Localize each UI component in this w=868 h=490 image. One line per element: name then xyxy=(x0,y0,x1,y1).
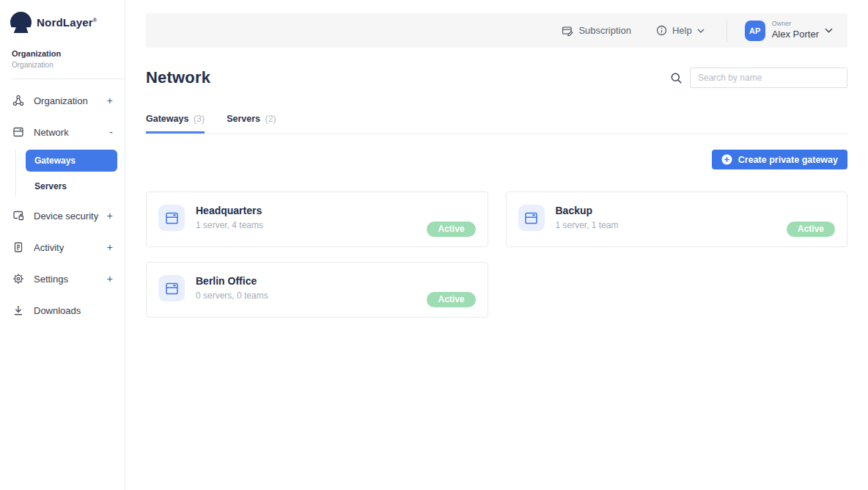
tab-count: (2) xyxy=(265,114,276,124)
expand-icon[interactable]: + xyxy=(107,210,113,222)
user-menu[interactable]: AP Owner Alex Porter xyxy=(745,21,833,41)
sidebar-nav: Organization + Network - Gateways Server… xyxy=(0,89,125,321)
gateway-icon xyxy=(158,205,185,231)
tab-label: Gateways xyxy=(146,114,188,124)
gateway-icon xyxy=(158,275,185,301)
organization-switcher[interactable]: Organization Organization xyxy=(0,49,125,69)
sidebar-item-label: Activity xyxy=(34,242,64,253)
sidebar-item-label: Device security xyxy=(34,211,98,222)
topbar: Subscription Help AP Owner Alex Porter xyxy=(146,13,847,48)
status-badge: Active xyxy=(427,222,475,237)
brand-logo[interactable]: NordLayer® xyxy=(0,12,125,33)
create-button-label: Create private gateway xyxy=(738,155,838,165)
gateway-card-berlin-office[interactable]: Berlin Office 0 servers, 0 teams Active xyxy=(146,262,488,318)
search-input[interactable] xyxy=(690,67,847,88)
subscription-icon xyxy=(562,25,573,37)
sidebar-item-label: Settings xyxy=(34,274,68,285)
tab-count: (3) xyxy=(194,114,205,124)
gateway-card-headquarters[interactable]: Headquarters 1 server, 4 teams Active xyxy=(146,191,488,247)
sidebar-item-label: Network xyxy=(34,127,69,138)
tabs: Gateways (3) Servers (2) xyxy=(146,114,847,134)
search-bar xyxy=(670,67,847,88)
gateway-card-backup[interactable]: Backup 1 server, 1 team Active xyxy=(506,191,848,247)
status-badge: Active xyxy=(427,292,475,307)
avatar: AP xyxy=(745,21,765,41)
expand-icon[interactable]: + xyxy=(107,241,113,253)
expand-icon[interactable]: + xyxy=(107,273,113,285)
org-subheading: Organization xyxy=(12,61,113,69)
sidebar-divider xyxy=(12,78,125,79)
network-submenu: Gateways Servers xyxy=(15,150,125,197)
subscription-button[interactable]: Subscription xyxy=(562,25,631,37)
chevron-down-icon xyxy=(697,29,705,33)
topbar-divider xyxy=(727,20,727,42)
download-icon xyxy=(12,304,25,317)
sidebar-item-activity[interactable]: Activity + xyxy=(0,236,125,258)
sidebar-item-label: Downloads xyxy=(34,305,81,316)
user-role: Owner xyxy=(772,21,819,28)
tab-label: Servers xyxy=(227,114,260,124)
tab-servers[interactable]: Servers (2) xyxy=(227,114,276,134)
nordlayer-logo-icon xyxy=(10,12,32,33)
gateway-list: Headquarters 1 server, 4 teams Active Ba… xyxy=(146,191,847,318)
help-label: Help xyxy=(672,25,692,36)
brand-name: NordLayer® xyxy=(37,16,97,29)
sidebar-item-device-security[interactable]: Device security + xyxy=(0,205,125,227)
help-info-icon xyxy=(656,25,667,36)
sidebar-item-label: Organization xyxy=(34,95,88,106)
sidebar-subitem-servers[interactable]: Servers xyxy=(26,175,125,197)
organization-icon xyxy=(12,94,25,107)
gateway-meta: 0 servers, 0 teams xyxy=(196,290,268,301)
sidebar-item-settings[interactable]: Settings + xyxy=(0,268,125,290)
help-menu[interactable]: Help xyxy=(656,25,705,36)
device-security-icon xyxy=(12,209,25,222)
gateway-meta: 1 server, 1 team xyxy=(556,220,619,230)
subscription-label: Subscription xyxy=(578,25,631,36)
tab-gateways[interactable]: Gateways (3) xyxy=(146,114,205,134)
gateway-name: Backup xyxy=(556,205,619,216)
gateway-meta: 1 server, 4 teams xyxy=(196,220,263,230)
expand-icon[interactable]: + xyxy=(107,95,113,106)
sidebar-subitem-gateways[interactable]: Gateways xyxy=(26,150,117,172)
chevron-down-icon xyxy=(825,28,833,33)
sidebar-item-network[interactable]: Network - xyxy=(0,121,125,143)
network-icon xyxy=(12,125,25,139)
collapse-icon[interactable]: - xyxy=(109,126,113,138)
activity-icon xyxy=(12,241,25,254)
settings-gear-icon xyxy=(12,272,25,285)
gateway-name: Berlin Office xyxy=(196,275,268,287)
page-title: Network xyxy=(146,68,210,87)
org-heading: Organization xyxy=(12,49,113,58)
gateway-name: Headquarters xyxy=(196,205,263,216)
sidebar: NordLayer® Organization Organization Org… xyxy=(0,0,125,490)
create-private-gateway-button[interactable]: Create private gateway xyxy=(712,150,847,169)
main-content: Subscription Help AP Owner Alex Porter xyxy=(125,0,868,490)
plus-circle-icon xyxy=(721,154,732,165)
status-badge: Active xyxy=(787,222,835,237)
gateway-icon xyxy=(518,205,545,231)
search-icon xyxy=(670,72,683,84)
sidebar-item-organization[interactable]: Organization + xyxy=(0,89,125,111)
user-name: Alex Porter xyxy=(772,29,819,40)
sidebar-item-downloads[interactable]: Downloads xyxy=(0,299,125,321)
